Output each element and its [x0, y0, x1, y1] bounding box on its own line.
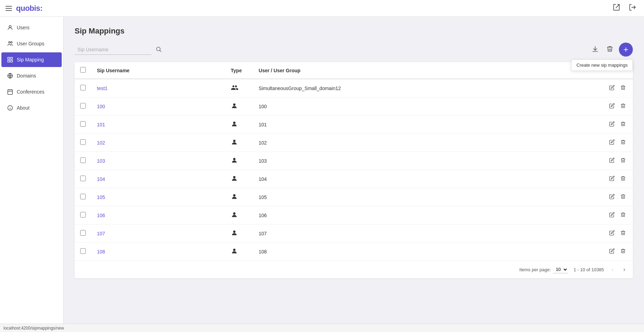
trash-icon [606, 45, 613, 52]
grid-icon [7, 57, 13, 63]
user-group-cell: 100 [253, 97, 539, 116]
status-url: localhost:4200/sipmappings/new [3, 326, 64, 331]
topbar-left: quobis: [6, 4, 43, 13]
actions-cell [539, 152, 633, 170]
row-checkbox-cell [75, 116, 91, 134]
row-checkbox[interactable] [80, 212, 86, 217]
sidebar-item-user-groups[interactable]: User Groups [1, 36, 62, 51]
user-type-icon [231, 120, 238, 127]
row-checkbox-cell [75, 224, 91, 243]
table-row: 103103 [75, 152, 633, 170]
next-page-button[interactable]: › [621, 265, 627, 274]
svg-point-12 [157, 47, 160, 51]
delete-selected-button[interactable] [604, 43, 615, 56]
user-group-cell: 104 [253, 170, 539, 188]
delete-row-icon [620, 121, 626, 127]
sidebar-item-conferences[interactable]: Conferences [1, 84, 62, 99]
type-cell [225, 116, 253, 134]
delete-row-icon [620, 194, 626, 199]
user-group-cell: 103 [253, 152, 539, 170]
add-sip-mapping-button[interactable]: + [619, 43, 633, 57]
type-cell [225, 152, 253, 170]
svg-point-21 [233, 230, 235, 233]
col-checkbox [75, 62, 91, 79]
edit-row-button[interactable] [608, 102, 616, 111]
globe-icon [7, 73, 13, 79]
type-cell [225, 97, 253, 116]
row-checkbox[interactable] [80, 103, 86, 109]
edit-row-button[interactable] [608, 211, 616, 220]
people-icon [7, 40, 13, 47]
sidebar-item-domains[interactable]: Domains [1, 68, 62, 83]
actions-cell [539, 79, 633, 97]
sidebar-item-about[interactable]: About [1, 101, 62, 115]
row-checkbox[interactable] [80, 157, 86, 163]
user-type-icon [231, 157, 238, 164]
edit-icon [609, 248, 615, 254]
logout-button[interactable] [627, 1, 638, 15]
brand-colon: : [40, 4, 43, 13]
edit-row-button[interactable] [608, 192, 616, 202]
delete-row-button[interactable] [619, 138, 627, 147]
edit-row-button[interactable] [608, 83, 616, 93]
per-page-select[interactable]: 5102550 [553, 266, 568, 273]
user-group-cell: 106 [253, 206, 539, 224]
sip-username-cell: test1 [91, 79, 225, 97]
search-icon [156, 46, 162, 52]
row-checkbox[interactable] [80, 139, 86, 145]
delete-row-button[interactable] [619, 102, 627, 111]
prev-page-button[interactable]: ‹ [609, 265, 615, 274]
search-button[interactable] [154, 45, 163, 55]
delete-row-icon [620, 139, 626, 145]
actions-cell [539, 170, 633, 188]
row-checkbox-cell [75, 188, 91, 206]
type-cell [225, 206, 253, 224]
sidebar-label-user-groups: User Groups [17, 41, 44, 46]
svg-point-1 [9, 42, 10, 43]
user-type-icon [231, 102, 238, 109]
svg-rect-3 [8, 57, 9, 59]
delete-row-button[interactable] [619, 247, 627, 256]
sidebar-label-domains: Domains [17, 73, 36, 79]
svg-point-22 [233, 249, 235, 251]
sidebar-item-users[interactable]: Users [1, 20, 62, 35]
user-group-cell: 102 [253, 134, 539, 152]
table-row: 102102 [75, 134, 633, 152]
edit-row-button[interactable] [608, 138, 616, 147]
delete-row-button[interactable] [619, 211, 627, 220]
type-cell [225, 79, 253, 97]
edit-icon [609, 212, 615, 217]
user-type-icon [231, 175, 238, 182]
delete-row-icon [620, 103, 626, 109]
edit-row-button[interactable] [608, 120, 616, 129]
user-type-icon [231, 193, 238, 200]
row-checkbox[interactable] [80, 176, 86, 181]
share-icon [613, 3, 620, 11]
sidebar-label-conferences: Conferences [17, 89, 44, 95]
delete-row-button[interactable] [619, 192, 627, 202]
select-all-checkbox[interactable] [80, 67, 86, 73]
brand-name: quobis [16, 4, 40, 13]
row-checkbox-cell [75, 79, 91, 97]
edit-row-button[interactable] [608, 156, 616, 165]
edit-row-button[interactable] [608, 174, 616, 184]
row-checkbox[interactable] [80, 194, 86, 199]
edit-row-button[interactable] [608, 247, 616, 256]
menu-toggle-button[interactable] [6, 6, 12, 11]
delete-row-button[interactable] [619, 229, 627, 238]
share-button[interactable] [611, 1, 622, 15]
delete-row-button[interactable] [619, 83, 627, 93]
edit-row-button[interactable] [608, 229, 616, 238]
search-input[interactable] [75, 45, 151, 55]
delete-row-button[interactable] [619, 120, 627, 129]
download-button[interactable] [590, 43, 601, 56]
row-checkbox[interactable] [80, 230, 86, 236]
delete-row-button[interactable] [619, 156, 627, 165]
row-checkbox[interactable] [80, 248, 86, 254]
svg-line-13 [160, 50, 161, 52]
sidebar-item-sip-mapping[interactable]: Sip Mapping [1, 52, 62, 67]
row-checkbox[interactable] [80, 85, 86, 90]
sip-username-cell: 101 [91, 116, 225, 134]
row-checkbox[interactable] [80, 121, 86, 127]
delete-row-button[interactable] [619, 174, 627, 184]
